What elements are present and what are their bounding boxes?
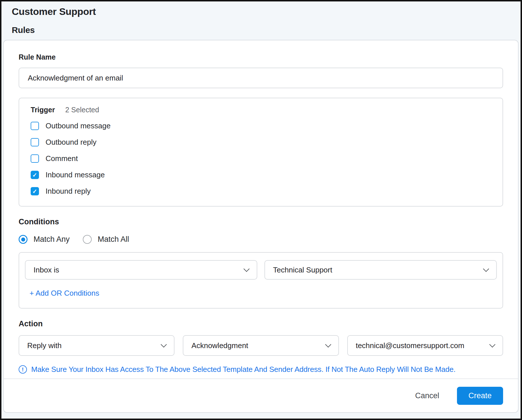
match-type-option[interactable]: Match All <box>83 235 129 244</box>
conditions-label: Conditions <box>19 217 503 226</box>
page-title: Customer Support <box>12 6 510 17</box>
trigger-checkbox[interactable] <box>31 138 39 146</box>
info-icon: ! <box>19 365 27 374</box>
condition-row: Inbox is Technical Support <box>25 260 497 280</box>
rule-form-card: Rule Name Trigger 2 Selected Outbound me… <box>3 40 519 413</box>
trigger-checkbox[interactable] <box>31 122 39 130</box>
match-type-radio[interactable] <box>83 235 92 244</box>
match-type-label: Match All <box>98 235 129 244</box>
trigger-option-label: Comment <box>46 154 78 163</box>
match-type-group: Match Any Match All <box>19 235 503 244</box>
trigger-option-label: Outbound reply <box>46 138 97 147</box>
action-select-value: Reply with <box>27 341 62 350</box>
page-subtitle: Rules <box>12 25 510 35</box>
trigger-section: Trigger 2 Selected Outbound message Outb… <box>19 98 503 207</box>
trigger-option-label: Inbound reply <box>46 187 91 196</box>
trigger-option-label: Inbound message <box>46 170 105 179</box>
page-header: Customer Support Rules <box>1 1 521 40</box>
trigger-option-row[interactable]: Inbound reply <box>31 187 491 196</box>
trigger-label: Trigger <box>31 106 55 114</box>
cancel-button[interactable]: Cancel <box>415 391 439 400</box>
app-frame: Customer Support Rules Rule Name Trigger… <box>0 0 522 420</box>
rule-name-label: Rule Name <box>19 53 503 61</box>
chevron-down-icon <box>325 341 331 347</box>
chevron-down-icon <box>483 266 489 272</box>
action-select[interactable]: Reply with <box>19 335 174 356</box>
trigger-selected-count: 2 Selected <box>65 106 99 114</box>
rule-name-input[interactable] <box>19 68 503 88</box>
trigger-option-label: Outbound message <box>46 121 111 130</box>
rule-form-body: Rule Name Trigger 2 Selected Outbound me… <box>4 40 518 378</box>
trigger-option-row[interactable]: Comment <box>31 154 491 163</box>
add-or-conditions-link[interactable]: + Add OR Conditions <box>30 289 99 298</box>
action-label: Action <box>19 319 503 328</box>
trigger-checkbox[interactable] <box>31 154 39 163</box>
condition-field-value: Inbox is <box>34 266 59 274</box>
condition-value-value: Technical Support <box>273 266 332 274</box>
trigger-header: Trigger 2 Selected <box>31 106 491 114</box>
create-button[interactable]: Create <box>457 387 503 405</box>
condition-value-select[interactable]: Technical Support <box>264 260 497 280</box>
trigger-checkbox[interactable] <box>31 187 39 195</box>
chevron-down-icon <box>244 266 250 272</box>
action-note-text: Make Sure Your Inbox Has Access To The A… <box>31 365 456 374</box>
conditions-box: Inbox is Technical Support + Add OR Cond… <box>19 252 503 309</box>
action-select-value: technical@customersupport.com <box>356 341 464 350</box>
trigger-option-row[interactable]: Outbound reply <box>31 138 491 147</box>
action-note: ! Make Sure Your Inbox Has Access To The… <box>19 365 503 374</box>
match-type-option[interactable]: Match Any <box>19 235 70 244</box>
action-select[interactable]: Acknowledgment <box>183 335 339 356</box>
match-type-radio[interactable] <box>19 235 28 244</box>
form-footer: Cancel Create <box>4 378 518 412</box>
action-select-value: Acknowledgment <box>191 341 248 350</box>
trigger-checkbox[interactable] <box>31 171 39 179</box>
trigger-option-row[interactable]: Inbound message <box>31 170 491 179</box>
condition-field-select[interactable]: Inbox is <box>25 260 257 280</box>
action-select[interactable]: technical@customersupport.com <box>347 335 503 356</box>
chevron-down-icon <box>489 341 495 347</box>
match-type-label: Match Any <box>34 235 70 244</box>
chevron-down-icon <box>161 341 167 347</box>
action-row: Reply with Acknowledgment technical@cust… <box>19 335 503 356</box>
trigger-option-row[interactable]: Outbound message <box>31 121 491 130</box>
